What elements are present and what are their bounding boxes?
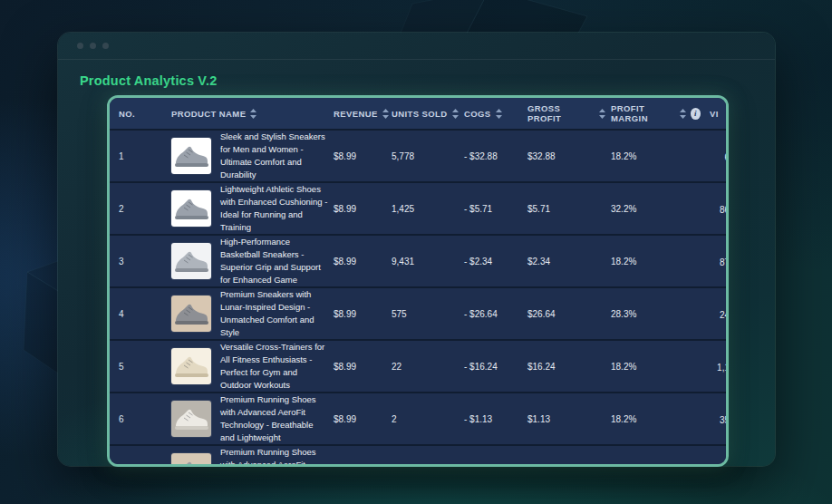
column-header-cogs[interactable]: COGS: [460, 109, 523, 119]
units-sold-value: 22: [387, 362, 460, 372]
window-titlebar: [58, 33, 775, 60]
views-cell: 2,4: [701, 463, 729, 467]
gross-profit-value: $16.24: [523, 362, 606, 372]
product-thumbnail: [171, 138, 211, 174]
sort-icon[interactable]: [249, 109, 257, 119]
revenue-value: $8.99: [329, 309, 387, 319]
revenue-value: $8.99: [329, 204, 387, 214]
column-header-units-sold[interactable]: UNITS SOLD: [387, 109, 460, 119]
shoe-image: [171, 401, 211, 437]
cogs-value: - $26.64: [460, 309, 523, 319]
shoe-image: [171, 190, 211, 227]
cogs-value: - $1.13: [460, 414, 523, 424]
row-number: 3: [110, 257, 140, 267]
column-header-gross-profit[interactable]: GROSS PROFIT: [523, 103, 606, 123]
product-cell: High-Performance Basketball Sneakers - S…: [140, 236, 329, 286]
sort-icon[interactable]: [679, 109, 687, 119]
cogs-value: - $16.24: [460, 362, 523, 372]
row-number: 7: [110, 467, 140, 468]
views-cell: 35: [701, 411, 729, 427]
gross-profit-value: $8.96: [523, 467, 606, 468]
analytics-table: NO. PRODUCT NAME REVENUE UNITS SOLD: [110, 98, 729, 467]
window-control-dot[interactable]: [90, 43, 96, 49]
page-title: Product Analytics V.2: [80, 73, 775, 88]
sort-icon[interactable]: [451, 109, 460, 119]
revenue-value: $8.99: [329, 257, 387, 267]
table-row[interactable]: 1 Sleek and Stylish Sneakers for: [110, 131, 729, 183]
product-cell: Sleek and Stylish Sneakers for Men and W…: [140, 131, 329, 181]
profit-margin-value: 28.3%: [606, 309, 701, 319]
cogs-value: - $32.88: [460, 151, 523, 161]
table-row[interactable]: 5 Versatile Cross-Trainers for Al: [110, 341, 729, 393]
units-sold-value: 9,431: [387, 257, 460, 267]
views-cell: 6: [701, 148, 729, 164]
product-thumbnail: [171, 348, 211, 384]
window-control-dot[interactable]: [77, 43, 83, 49]
product-cell: Premium Running Shoes with Advanced Aero…: [140, 393, 329, 444]
units-sold-value: 2: [387, 414, 460, 424]
gross-profit-value: $5.71: [523, 204, 606, 214]
views-value-clipped: 6: [710, 152, 729, 162]
views-value-clipped: 24: [710, 310, 729, 320]
app-window: Product Analytics V.2 NO. PRODUCT NAME R…: [58, 33, 775, 466]
column-header-label: COGS: [464, 109, 491, 119]
shoe-image: [171, 138, 211, 174]
gross-profit-value: $32.88: [523, 151, 606, 161]
column-header-product-name[interactable]: PRODUCT NAME: [140, 109, 329, 119]
views-value-clipped: 87: [710, 257, 729, 267]
row-number: 2: [110, 204, 140, 214]
revenue-value: $8.99: [329, 362, 387, 372]
product-thumbnail: [171, 243, 211, 279]
profit-margin-value: 32.2%: [606, 204, 701, 214]
product-cell: Lightweight Athletic Shoes with Enhanced…: [140, 183, 329, 234]
column-header-profit-margin[interactable]: PROFIT MARGIN i: [606, 103, 701, 123]
product-thumbnail: [171, 453, 211, 467]
product-name: Sleek and Stylish Sneakers for Men and W…: [220, 131, 329, 181]
table-row[interactable]: 4 Premium Sneakers with Lunar-Ins: [110, 288, 729, 341]
info-icon[interactable]: i: [691, 108, 701, 120]
views-value-clipped: 86: [710, 205, 729, 215]
analytics-table-container: NO. PRODUCT NAME REVENUE UNITS SOLD: [107, 95, 729, 467]
units-sold-value: 5,778: [387, 151, 460, 161]
sort-icon[interactable]: [495, 109, 503, 119]
gross-profit-value: $2.34: [523, 257, 606, 267]
cogs-value: - $2.34: [460, 257, 523, 267]
column-header-label: REVENUE: [334, 109, 378, 119]
shoe-image: [171, 243, 211, 279]
table-header: NO. PRODUCT NAME REVENUE UNITS SOLD: [110, 98, 729, 131]
column-header-label: PROFIT MARGIN: [611, 103, 675, 123]
table-row[interactable]: 2 Lightweight Athletic Shoes with: [110, 183, 729, 236]
views-cell: 86: [701, 200, 729, 217]
product-name: Premium Sneakers with Lunar-Inspired Des…: [220, 288, 329, 339]
gross-profit-value: $26.64: [523, 309, 606, 319]
column-header-label: GROSS PROFIT: [527, 103, 595, 123]
profit-margin-value: 18.2%: [606, 414, 701, 424]
gross-profit-value: $1.13: [523, 414, 606, 424]
row-number: 4: [110, 309, 140, 319]
profit-margin-value: 18.2%: [606, 362, 701, 372]
views-cell: 87: [701, 253, 729, 269]
product-name: Lightweight Athletic Shoes with Enhanced…: [220, 183, 329, 234]
column-header-no: NO.: [110, 109, 140, 119]
table-row[interactable]: 6 Premium Running Shoes with Adva: [110, 393, 729, 446]
column-header-label: PRODUCT NAME: [171, 109, 246, 119]
table-row[interactable]: 3 High-Performance Basketball Sne: [110, 236, 729, 288]
column-header-revenue[interactable]: REVENUE: [329, 109, 387, 119]
table-row[interactable]: 7 Premium Running Shoes with Adva: [110, 446, 729, 467]
product-cell: Premium Sneakers with Lunar-Inspired Des…: [140, 288, 329, 339]
profit-margin-value: 18.2%: [606, 467, 701, 468]
revenue-value: $8.99: [329, 467, 387, 468]
views-value-clipped: 1,1: [710, 363, 729, 373]
revenue-value: $8.99: [329, 414, 387, 424]
row-number: 1: [110, 151, 140, 161]
window-control-dot[interactable]: [102, 43, 109, 49]
product-name: High-Performance Basketball Sneakers - S…: [220, 236, 329, 286]
views-value-clipped: 35: [710, 415, 729, 425]
product-thumbnail: [171, 296, 211, 332]
cogs-value: - $8.96: [460, 467, 523, 468]
column-header-views-clipped: VI: [701, 109, 729, 119]
shoe-image: [171, 296, 211, 332]
sort-icon[interactable]: [598, 109, 606, 119]
units-sold-value: 575: [387, 309, 460, 319]
product-cell: Premium Running Shoes with Advanced Aero…: [140, 446, 329, 467]
